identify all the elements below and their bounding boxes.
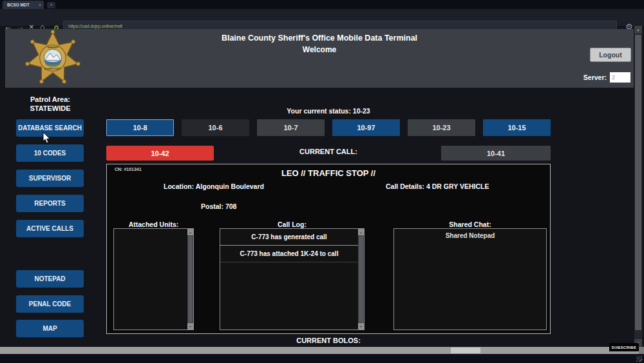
status-button-10-97[interactable]: 10-97	[332, 119, 400, 136]
scrollbar-corner	[639, 347, 644, 354]
scroll-up-icon[interactable]: ▲	[634, 26, 642, 34]
scrollbar-thumb[interactable]	[188, 236, 193, 322]
scrollbar-thumb[interactable]	[359, 236, 363, 322]
vertical-scrollbar-thumb[interactable]	[635, 35, 641, 330]
call-log-scrollbar[interactable]: ▲ ▼	[358, 229, 364, 329]
sidebar-button-active-calls[interactable]: ACTIVE CALLS	[16, 220, 84, 237]
call-log-label: Call Log:	[220, 221, 365, 228]
svg-text:BLAINE COUNTY: BLAINE COUNTY	[44, 68, 62, 70]
attached-units-label: Attached Units:	[113, 221, 194, 228]
current-status-text: Your current status: 10-23	[106, 107, 551, 115]
logout-button[interactable]: Logout	[590, 48, 631, 62]
sidebar-button-10-codes[interactable]: 10 CODES	[16, 144, 84, 162]
horizontal-scrollbar[interactable]	[0, 347, 644, 354]
welcome-text: Welcome	[5, 45, 634, 54]
server-input[interactable]	[610, 72, 630, 83]
resize-grip-icon[interactable]	[636, 356, 642, 362]
status-button-10-42[interactable]: 10-42	[106, 146, 214, 161]
window-bottom-strip	[0, 354, 644, 363]
sidebar-button-map[interactable]: MAP	[16, 320, 84, 337]
sidebar-button-reports[interactable]: REPORTS	[16, 195, 84, 212]
status-button-10-41[interactable]: 10-41	[441, 146, 551, 161]
status-button-row: 10-8 10-6 10-7 10-97 10-23 10-15	[106, 119, 551, 136]
status-button-10-7[interactable]: 10-7	[257, 119, 325, 136]
scroll-up-icon[interactable]: ▲	[358, 229, 364, 235]
call-details: Call Details: 4 DR GRY VEHICLE	[386, 182, 489, 190]
scroll-up-icon[interactable]: ▲	[187, 229, 193, 235]
shared-chat-box[interactable]: Shared Notepad	[393, 228, 547, 330]
attached-units-list[interactable]: ▲ ▼	[113, 228, 194, 330]
sidebar-button-penal-code[interactable]: PENAL CODE	[16, 295, 84, 313]
vertical-scrollbar[interactable]: ▲ ▼	[634, 26, 642, 347]
screen: BCSO MDT × + ← → × ⌂ https://cad.dojrp.o…	[0, 0, 644, 363]
call-title: LEO // TRAFFIC STOP //	[107, 168, 550, 178]
current-bolos-label: CURRENT BOLOS:	[106, 337, 551, 344]
call-log-list[interactable]: C-773 has generated call C-773 has attac…	[220, 228, 365, 330]
status-button-10-15[interactable]: 10-15	[483, 119, 551, 136]
mdt-header: SHERIFF BLAINE COUNTY Blaine County Sher…	[5, 29, 634, 88]
call-location: Location: Algonquin Boulevard	[164, 182, 264, 190]
server-label: Server:	[583, 74, 607, 81]
current-call-panel: CN: #101341 LEO // TRAFFIC STOP // Locat…	[106, 164, 551, 334]
browser-nav-bar: ← → × ⌂ https://cad.dojrp.online/mdt ⚙	[0, 9, 644, 26]
call-postal: Postal: 708	[201, 202, 236, 210]
call-log-entry: C-773 has generated call	[220, 229, 358, 246]
browser-tab-bar: BCSO MDT × +	[0, 0, 644, 9]
scroll-down-icon[interactable]: ▼	[358, 323, 364, 329]
new-tab-button[interactable]: +	[47, 2, 55, 8]
sidebar-button-supervisor[interactable]: SUPERVISOR	[16, 170, 84, 187]
attached-units-scrollbar[interactable]: ▲ ▼	[187, 229, 193, 329]
sidebar-button-notepad[interactable]: NOTEPAD	[16, 270, 84, 288]
shared-chat-text: Shared Notepad	[394, 232, 546, 239]
subscribe-watermark: SUBSCRIBE	[609, 343, 639, 351]
page-title: Blaine County Sheriff's Office Mobile Da…	[5, 34, 634, 43]
horizontal-scrollbar-thumb[interactable]	[451, 348, 480, 353]
patrol-area-label: Patrol Area:	[5, 95, 95, 103]
shared-chat-label: Shared Chat:	[393, 221, 547, 228]
status-button-10-6[interactable]: 10-6	[182, 119, 249, 136]
tab-title: BCSO MDT	[7, 3, 37, 7]
call-log-entry: C-773 has attached 1K-24 to call	[220, 246, 358, 262]
mouse-cursor	[43, 132, 52, 144]
tab-close-icon[interactable]: ×	[39, 3, 41, 7]
status-button-10-23[interactable]: 10-23	[408, 119, 475, 136]
patrol-area-value: STATEWIDE	[5, 104, 95, 112]
browser-tab[interactable]: BCSO MDT ×	[3, 1, 44, 9]
status-button-10-8[interactable]: 10-8	[106, 119, 174, 136]
scroll-down-icon[interactable]: ▼	[187, 323, 193, 329]
